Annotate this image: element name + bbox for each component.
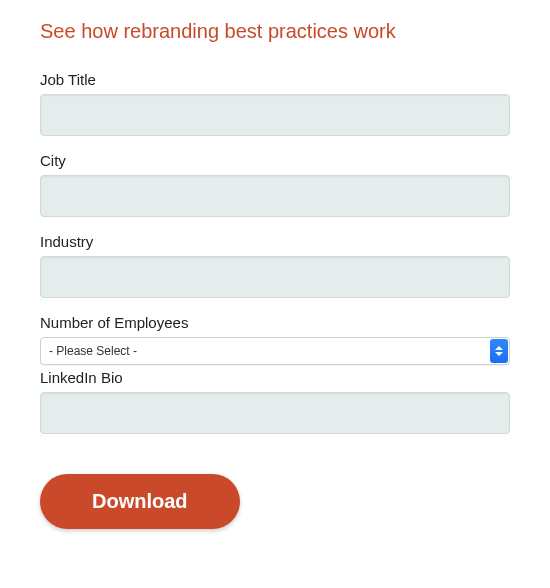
field-industry: Industry <box>40 233 510 298</box>
label-city: City <box>40 152 510 169</box>
input-job-title[interactable] <box>40 94 510 136</box>
page-heading: See how rebranding best practices work <box>40 20 510 43</box>
field-city: City <box>40 152 510 217</box>
input-city[interactable] <box>40 175 510 217</box>
input-industry[interactable] <box>40 256 510 298</box>
select-employees-wrap[interactable]: - Please Select - - Please Select - <box>40 337 510 365</box>
field-linkedin: LinkedIn Bio <box>40 369 510 434</box>
label-employees: Number of Employees <box>40 314 510 331</box>
field-employees: Number of Employees - Please Select - - … <box>40 314 510 365</box>
label-industry: Industry <box>40 233 510 250</box>
download-button[interactable]: Download <box>40 474 240 529</box>
label-job-title: Job Title <box>40 71 510 88</box>
field-job-title: Job Title <box>40 71 510 136</box>
label-linkedin: LinkedIn Bio <box>40 369 510 386</box>
input-linkedin[interactable] <box>40 392 510 434</box>
